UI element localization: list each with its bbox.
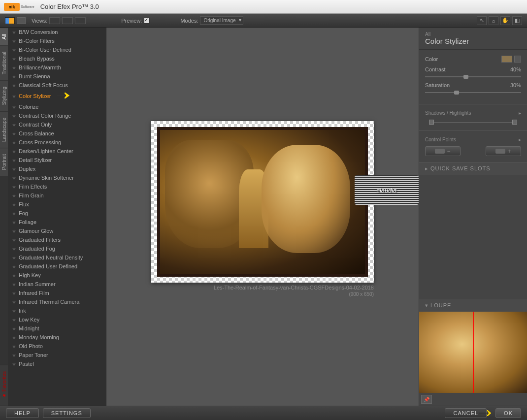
filter-item[interactable]: ★Darken/Lighten Center (8, 147, 106, 156)
filter-item[interactable]: ★Brilliance/Warmth (8, 63, 106, 72)
filter-item[interactable]: ★Film Effects (8, 182, 106, 191)
view-sidebyside-button[interactable] (75, 17, 86, 24)
filter-item[interactable]: ★Flux (8, 200, 106, 209)
eyedropper-icon[interactable] (514, 56, 521, 63)
star-icon[interactable]: ★ (12, 326, 16, 331)
help-button[interactable]: HELP (6, 408, 39, 418)
star-icon[interactable]: ★ (12, 299, 16, 305)
tab-portrait[interactable]: Portrait (0, 148, 8, 176)
star-icon[interactable]: ★ (12, 317, 16, 323)
filter-item[interactable]: ★Low Key (8, 315, 106, 324)
star-icon[interactable]: ★ (12, 273, 16, 278)
filter-item[interactable]: ★Midnight (8, 324, 106, 333)
shadows-track[interactable] (425, 120, 521, 125)
mode-dropdown[interactable]: Original Image (200, 16, 243, 25)
star-icon[interactable]: ★ (12, 56, 16, 62)
control-point-remove-button[interactable]: − (425, 146, 461, 156)
star-icon[interactable]: ★ (12, 220, 16, 225)
filter-item[interactable]: ★Detail Stylizer (8, 156, 106, 164)
filter-item[interactable]: ★Indian Summer (8, 280, 106, 289)
filter-item[interactable]: ★High Key (8, 271, 106, 280)
star-icon[interactable]: ★ (12, 166, 16, 172)
filter-item[interactable]: ★Duplex (8, 164, 106, 173)
filter-item[interactable]: ★Fog (8, 209, 106, 218)
color-swatch[interactable] (501, 56, 512, 63)
star-icon[interactable]: ★ (12, 246, 16, 252)
filter-item[interactable]: ★Graduated Filters (8, 235, 106, 244)
select-tool-icon[interactable]: ↖ (477, 16, 487, 25)
star-icon[interactable]: ★ (12, 193, 16, 198)
contrast-slider[interactable] (425, 76, 521, 77)
pan-tool-icon[interactable]: ✋ (500, 16, 510, 25)
star-icon[interactable]: ★ (12, 104, 16, 110)
star-icon[interactable]: ★ (12, 211, 16, 216)
filter-item[interactable]: ★Classical Soft Focus (8, 81, 106, 90)
filter-item[interactable]: ★Colorize (8, 102, 106, 111)
filter-item[interactable]: ★Burnt Sienna (8, 72, 106, 81)
star-icon[interactable]: ★ (12, 47, 16, 53)
star-icon[interactable]: ★ (12, 344, 16, 349)
star-icon[interactable]: ★ (12, 94, 16, 99)
tab-all[interactable]: All (0, 28, 8, 45)
star-icon[interactable]: ★ (12, 264, 16, 269)
star-icon[interactable]: ★ (12, 140, 16, 145)
star-icon[interactable]: ★ (12, 30, 16, 35)
star-icon[interactable]: ★ (12, 113, 16, 119)
star-icon[interactable]: ★ (12, 237, 16, 243)
star-icon[interactable]: ★ (12, 361, 16, 367)
filter-item[interactable]: ★Bi-Color User Defined (8, 45, 106, 54)
filter-item[interactable]: ★Contrast Color Range (8, 111, 106, 120)
filter-item[interactable]: ★Glamour Glow (8, 226, 106, 235)
filter-item[interactable]: ★Contrast Only (8, 120, 106, 129)
expand-icon[interactable]: ▸ (519, 110, 521, 116)
star-icon[interactable]: ★ (12, 291, 16, 296)
background-tool-icon[interactable]: ◧ (512, 16, 522, 25)
saturation-slider[interactable] (425, 92, 521, 93)
tab-favorites[interactable]: ★ Favorites (0, 365, 8, 406)
filter-item[interactable]: ★Foliage (8, 218, 106, 226)
info-button[interactable] (17, 17, 26, 24)
ok-button[interactable]: OK (495, 408, 521, 418)
histogram-button[interactable] (5, 17, 15, 24)
filter-item[interactable]: ★Pastel (8, 359, 106, 368)
filter-item[interactable]: ★B/W Conversion (8, 28, 106, 36)
filter-item[interactable]: ★Color Stylizer (8, 90, 106, 102)
tab-traditional[interactable]: Traditional (0, 45, 8, 80)
filter-item[interactable]: ★Dynamic Skin Softener (8, 173, 106, 182)
star-icon[interactable]: ★ (12, 122, 16, 128)
tab-landscape[interactable]: Landscape (0, 111, 8, 148)
star-icon[interactable]: ★ (12, 282, 16, 287)
zoom-tool-icon[interactable]: ⌕ (489, 16, 498, 25)
filter-item[interactable]: ★Infrared Film (8, 289, 106, 297)
star-icon[interactable]: ★ (12, 308, 16, 314)
filter-item[interactable]: ★Paper Toner (8, 351, 106, 359)
filter-item[interactable]: ★Cross Balance (8, 129, 106, 138)
star-icon[interactable]: ★ (12, 74, 16, 79)
filter-item[interactable]: ★Graduated User Defined (8, 262, 106, 271)
star-icon[interactable]: ★ (12, 353, 16, 358)
filter-list[interactable]: ★B/W Conversion★Bi-Color Filters★Bi-Colo… (8, 28, 106, 406)
view-split-button[interactable] (62, 17, 73, 24)
filter-item[interactable]: ★Film Grain (8, 191, 106, 200)
star-icon[interactable]: ★ (12, 149, 16, 154)
star-icon[interactable]: ★ (12, 255, 16, 260)
star-icon[interactable]: ★ (12, 65, 16, 70)
star-icon[interactable]: ★ (12, 175, 16, 181)
star-icon[interactable]: ★ (12, 202, 16, 207)
quick-save-header[interactable]: QUICK SAVE SLOTS (419, 162, 527, 175)
view-single-button[interactable] (49, 17, 60, 24)
loupe-header[interactable]: LOUPE (419, 299, 527, 312)
control-point-add-button[interactable]: + (486, 146, 521, 156)
tab-stylizing[interactable]: Stylizing (0, 80, 8, 111)
star-icon[interactable]: ★ (12, 158, 16, 163)
filter-item[interactable]: ★Monday Morning (8, 333, 106, 342)
filter-item[interactable]: ★Ink (8, 306, 106, 315)
star-icon[interactable]: ★ (12, 83, 16, 88)
star-icon[interactable]: ★ (12, 131, 16, 136)
filter-item[interactable]: ★Cross Processing (8, 138, 106, 147)
filter-item[interactable]: ★Graduated Neutral Density (8, 253, 106, 262)
filter-item[interactable]: ★Bleach Bypass (8, 54, 106, 63)
preview-checkbox[interactable] (144, 18, 150, 24)
filter-item[interactable]: ★Bi-Color Filters (8, 36, 106, 45)
star-icon[interactable]: ★ (12, 38, 16, 44)
